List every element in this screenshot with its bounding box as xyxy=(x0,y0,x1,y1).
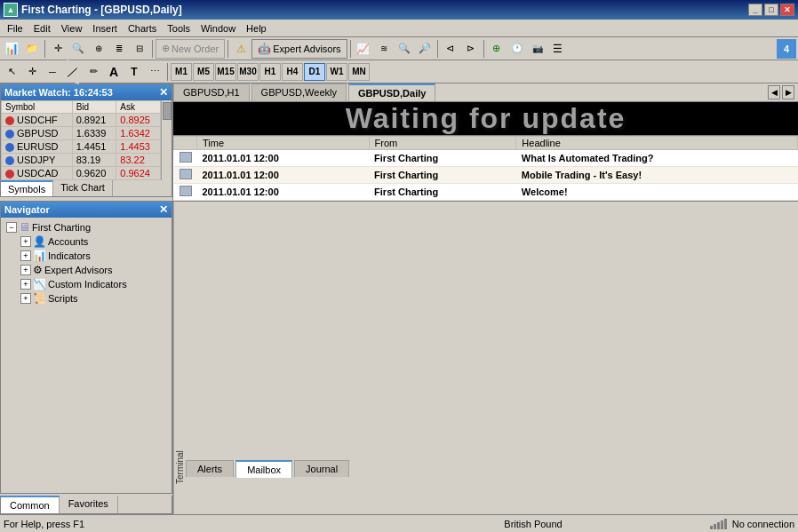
toolbar2-sep xyxy=(167,63,168,81)
menu-insert[interactable]: Insert xyxy=(87,21,123,36)
alert-icon[interactable]: ⚠ xyxy=(231,39,251,59)
T-button[interactable]: T xyxy=(124,62,144,82)
nav-expand-scripts[interactable]: + xyxy=(20,293,31,304)
nav-item-indicators[interactable]: + 📊 Indicators xyxy=(19,249,168,263)
nav-item-custom-indicators[interactable]: + 📉 Custom Indicators xyxy=(19,277,168,291)
nav-expand-custom[interactable]: + xyxy=(20,279,31,290)
bottom-tab-mailbox[interactable]: Mailbox xyxy=(235,460,292,478)
market-watch-row[interactable]: EURUSD 1.4451 1.4453 xyxy=(2,140,172,154)
history-left[interactable]: ⊲ xyxy=(441,39,460,59)
menu-charts[interactable]: Charts xyxy=(123,21,162,36)
bottom-tab-alerts[interactable]: Alerts xyxy=(186,460,234,477)
line-button[interactable]: ─ xyxy=(43,62,62,82)
zoom-out-button[interactable]: ⊕ xyxy=(89,39,108,59)
diagonal-button[interactable]: ╱ xyxy=(60,59,85,83)
nav-expand-root[interactable]: − xyxy=(6,222,17,233)
menu-help[interactable]: Help xyxy=(241,21,272,36)
chart-type-candle[interactable]: ⊟ xyxy=(130,39,149,59)
expert-icon: 🤖 xyxy=(258,43,271,55)
pencil-button[interactable]: ✏ xyxy=(84,62,103,82)
symbol-cell: USDCAD xyxy=(2,167,73,180)
tf-h1[interactable]: H1 xyxy=(259,63,281,81)
chart-type-bar[interactable]: ≣ xyxy=(109,39,129,59)
menu-view[interactable]: View xyxy=(56,21,88,36)
expert-advisors-button[interactable]: 🤖 Expert Advisors xyxy=(251,39,347,59)
news-time-cell: 2011.01.01 12:00 xyxy=(197,150,370,167)
side-button[interactable]: 4 xyxy=(777,39,796,59)
market-watch-row[interactable]: USDCHF 0.8921 0.8925 xyxy=(2,114,172,127)
menu-file[interactable]: File xyxy=(2,21,28,36)
crosshair-button[interactable]: ✛ xyxy=(22,62,42,82)
toolbar-sep-3 xyxy=(227,40,228,58)
zoom-in-button[interactable]: 🔍 xyxy=(68,39,88,59)
navigator-close[interactable]: ✕ xyxy=(159,203,168,216)
menu-edit[interactable]: Edit xyxy=(28,21,56,36)
signal-bar-4 xyxy=(721,520,723,529)
ask-cell: 83.22 xyxy=(116,154,161,167)
add-button[interactable]: ⊕ xyxy=(487,39,507,59)
text-button[interactable]: A xyxy=(104,62,124,82)
market-watch-close[interactable]: ✕ xyxy=(159,86,168,99)
tf-m15[interactable]: M15 xyxy=(215,63,236,81)
chart-tab-daily[interactable]: GBPUSD,Daily xyxy=(348,83,435,101)
tab-favorites[interactable]: Favorites xyxy=(60,496,118,513)
menu-window[interactable]: Window xyxy=(196,21,241,36)
indicator-button[interactable]: 📈 xyxy=(354,39,373,59)
tf-d1[interactable]: D1 xyxy=(304,63,325,81)
new-chart-button[interactable]: 📊 xyxy=(2,39,21,59)
ask-cell: 0.8925 xyxy=(116,114,161,127)
tab-symbols[interactable]: Symbols xyxy=(1,180,53,196)
fib-button[interactable]: ⋯ xyxy=(145,62,164,82)
minimize-button[interactable]: _ xyxy=(748,4,762,16)
navigator-header: Navigator ✕ xyxy=(1,202,172,218)
nav-expand-expert[interactable]: + xyxy=(20,265,31,275)
tf-mn[interactable]: MN xyxy=(348,63,370,81)
market-watch-row[interactable]: USDJPY 83.19 83.22 xyxy=(2,154,172,167)
news-row[interactable]: 2011.01.01 12:00 First Charting What Is … xyxy=(174,150,798,167)
magnify2-button[interactable]: 🔎 xyxy=(415,39,435,59)
market-watch-row[interactable]: USDCAD 0.9620 0.9624 xyxy=(2,167,172,180)
chart-next-button[interactable]: ▶ xyxy=(782,85,794,99)
tab-tick-chart[interactable]: Tick Chart xyxy=(53,180,113,196)
toolbar-main: 📊 📁 ✛ 🔍 ⊕ ≣ ⊟ ⊕ New Order ⚠ 🤖 Expert Adv… xyxy=(0,37,798,60)
nav-expand-accounts[interactable]: + xyxy=(20,236,31,247)
maximize-button[interactable]: □ xyxy=(764,4,778,16)
history-right[interactable]: ⊳ xyxy=(461,39,481,59)
cross-button[interactable]: ✛ xyxy=(48,39,68,59)
new-order-button[interactable]: ⊕ New Order xyxy=(156,39,225,59)
news-headline-cell: Mobile Trading - It's Easy! xyxy=(516,167,798,184)
close-button[interactable]: ✕ xyxy=(780,4,794,16)
tf-m1[interactable]: M1 xyxy=(171,63,192,81)
cursor-button[interactable]: ↖ xyxy=(2,62,21,82)
chart-tab-h1[interactable]: GBPUSD,H1 xyxy=(173,83,250,101)
open-button[interactable]: 📁 xyxy=(22,39,42,59)
nav-item-accounts[interactable]: + 👤 Accounts xyxy=(19,234,168,249)
tf-m30[interactable]: M30 xyxy=(237,63,259,81)
bid-cell: 1.4451 xyxy=(72,140,116,154)
menu-tools[interactable]: Tools xyxy=(162,21,196,36)
tf-h4[interactable]: H4 xyxy=(282,63,303,81)
nav-item-expert-advisors[interactable]: + ⚙ Expert Advisors xyxy=(19,263,168,277)
period-button[interactable]: ≋ xyxy=(374,39,394,59)
options-button[interactable]: ☰ xyxy=(548,39,568,59)
col-from: From xyxy=(369,137,516,150)
news-row[interactable]: 2011.01.01 12:00 First Charting Welcome! xyxy=(174,184,798,201)
market-watch-row[interactable]: GBPUSD 1.6339 1.6342 xyxy=(2,127,172,140)
clock-button[interactable]: 🕐 xyxy=(507,39,527,59)
bottom-tabs-bar: Terminal Alerts Mailbox Journal xyxy=(173,201,798,514)
chart-prev-button[interactable]: ◀ xyxy=(768,85,780,99)
tf-m5[interactable]: M5 xyxy=(193,63,214,81)
magnify-button[interactable]: 🔍 xyxy=(395,39,414,59)
toolbar-sep-5 xyxy=(437,40,438,58)
nav-item-scripts[interactable]: + 📜 Scripts xyxy=(19,291,168,306)
screenshot-button[interactable]: 📷 xyxy=(528,39,547,59)
nav-expand-indicators[interactable]: + xyxy=(20,250,31,261)
nav-item-first-charting[interactable]: − 🖥 First Charting xyxy=(4,219,168,234)
bid-cell: 0.8921 xyxy=(72,114,116,127)
tab-common[interactable]: Common xyxy=(1,496,60,513)
news-row[interactable]: 2011.01.01 12:00 First Charting Mobile T… xyxy=(174,167,798,184)
market-watch-tabs: Symbols Tick Chart xyxy=(0,180,172,197)
tf-w1[interactable]: W1 xyxy=(326,63,347,81)
chart-tab-weekly[interactable]: GBPUSD,Weekly xyxy=(251,83,347,101)
bottom-tab-journal[interactable]: Journal xyxy=(294,460,349,477)
